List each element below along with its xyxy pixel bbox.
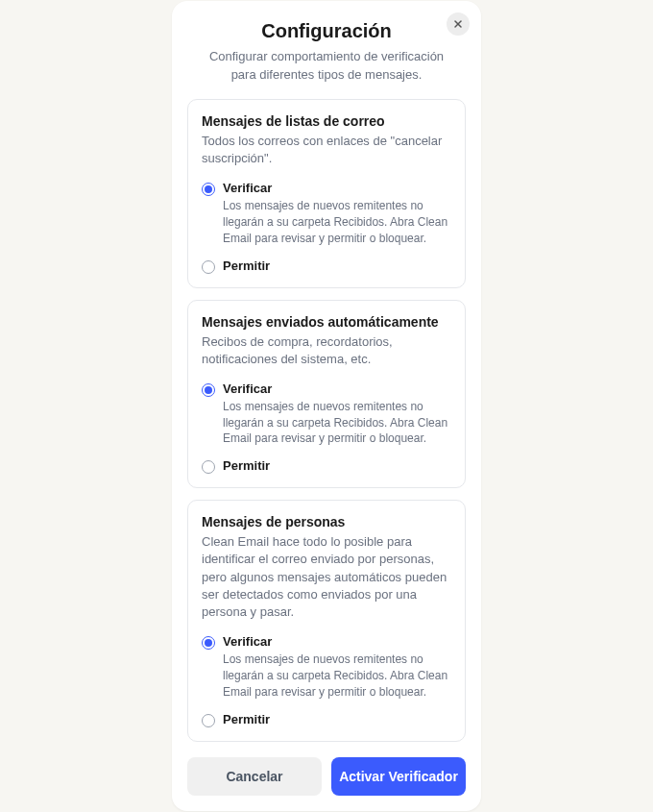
modal-subtitle: Configurar comportamiento de verificació… — [203, 48, 450, 83]
radio-content: VerificarLos mensajes de nuevos remitent… — [223, 181, 451, 246]
radio-content: VerificarLos mensajes de nuevos remitent… — [223, 634, 451, 700]
settings-section: Mensajes enviados automáticamenteRecibos… — [187, 300, 466, 489]
radio-content: VerificarLos mensajes de nuevos remitent… — [223, 381, 451, 447]
section-desc: Recibos de compra, recordatorios, notifi… — [202, 333, 451, 368]
radio-option[interactable]: Permitir — [202, 258, 451, 274]
radio-icon — [202, 183, 215, 196]
section-title: Mensajes de listas de correo — [202, 113, 451, 129]
radio-content: Permitir — [223, 458, 451, 473]
radio-desc: Los mensajes de nuevos remitentes no lle… — [223, 198, 451, 246]
section-desc: Clean Email hace todo lo posible para id… — [202, 533, 451, 621]
radio-label: Permitir — [223, 712, 451, 726]
section-title: Mensajes enviados automáticamente — [202, 314, 451, 330]
cancel-button[interactable]: Cancelar — [187, 757, 322, 796]
radio-label: Verificar — [223, 381, 451, 396]
radio-icon — [202, 636, 215, 650]
section-title: Mensajes de personas — [202, 514, 451, 529]
radio-desc: Los mensajes de nuevos remitentes no lle… — [223, 399, 451, 447]
activate-button[interactable]: Activar Verificador — [331, 757, 466, 796]
radio-content: Permitir — [223, 712, 451, 726]
radio-label: Verificar — [223, 181, 451, 195]
radio-content: Permitir — [223, 258, 451, 273]
close-icon — [452, 18, 464, 30]
radio-icon — [202, 383, 215, 397]
section-desc: Todos los correos con enlaces de "cancel… — [202, 133, 451, 167]
radio-desc: Los mensajes de nuevos remitentes no lle… — [223, 652, 451, 700]
radio-option[interactable]: Permitir — [202, 712, 451, 727]
modal-title: Configuración — [203, 20, 450, 42]
radio-label: Permitir — [223, 258, 451, 273]
radio-option[interactable]: VerificarLos mensajes de nuevos remitent… — [202, 181, 451, 246]
settings-section: Mensajes de listas de correoTodos los co… — [187, 99, 466, 288]
radio-option[interactable]: Permitir — [202, 458, 451, 474]
modal-header: Configuración Configurar comportamiento … — [187, 16, 466, 83]
radio-icon — [202, 260, 215, 274]
radio-label: Verificar — [223, 634, 451, 649]
close-button[interactable] — [447, 12, 470, 36]
radio-label: Permitir — [223, 458, 451, 473]
settings-section: Mensajes de personasClean Email hace tod… — [187, 500, 466, 741]
radio-option[interactable]: VerificarLos mensajes de nuevos remitent… — [202, 381, 451, 447]
radio-icon — [202, 460, 215, 474]
settings-modal: Configuración Configurar comportamiento … — [172, 1, 481, 810]
radio-option[interactable]: VerificarLos mensajes de nuevos remitent… — [202, 634, 451, 700]
button-row: Cancelar Activar Verificador — [187, 757, 466, 796]
radio-icon — [202, 714, 215, 727]
